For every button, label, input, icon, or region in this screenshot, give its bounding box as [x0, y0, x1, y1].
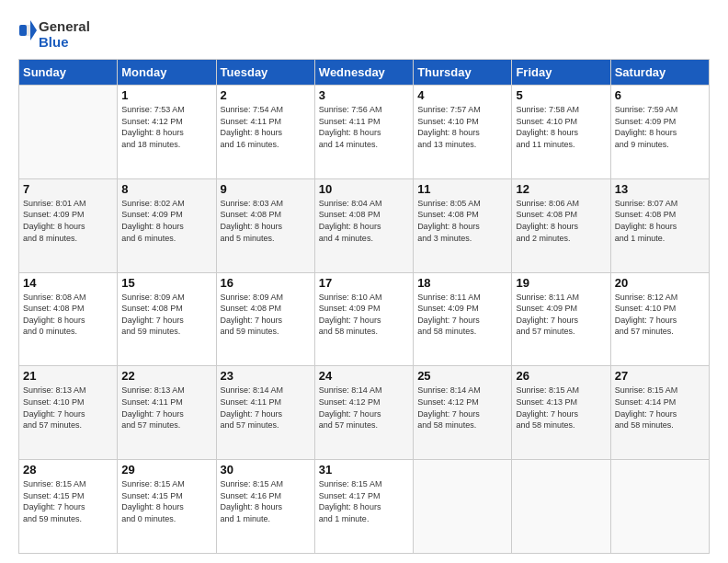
- day-number: 27: [615, 369, 705, 383]
- day-number: 15: [121, 276, 211, 290]
- calendar-week-row: 14Sunrise: 8:08 AMSunset: 4:08 PMDayligh…: [19, 272, 710, 366]
- calendar-cell: 19Sunrise: 8:11 AMSunset: 4:09 PMDayligh…: [512, 272, 610, 366]
- calendar-cell: 22Sunrise: 8:13 AMSunset: 4:11 PMDayligh…: [118, 366, 216, 460]
- day-info: Sunrise: 7:59 AMSunset: 4:09 PMDaylight:…: [615, 104, 705, 150]
- day-number: 14: [23, 276, 113, 290]
- calendar-cell: [19, 86, 118, 179]
- calendar-cell: 6Sunrise: 7:59 AMSunset: 4:09 PMDaylight…: [610, 86, 709, 179]
- calendar-header-row: SundayMondayTuesdayWednesdayThursdayFrid…: [19, 60, 710, 86]
- day-number: 29: [121, 463, 211, 477]
- day-info: Sunrise: 8:14 AMSunset: 4:12 PMDaylight:…: [319, 385, 409, 431]
- day-number: 10: [319, 182, 409, 196]
- calendar-cell: 16Sunrise: 8:09 AMSunset: 4:08 PMDayligh…: [216, 272, 314, 366]
- calendar-week-row: 21Sunrise: 8:13 AMSunset: 4:10 PMDayligh…: [19, 366, 710, 460]
- day-number: 30: [221, 463, 311, 477]
- day-info: Sunrise: 8:10 AMSunset: 4:09 PMDaylight:…: [319, 292, 409, 338]
- calendar-cell: 20Sunrise: 8:12 AMSunset: 4:10 PMDayligh…: [610, 272, 709, 366]
- calendar-cell: 8Sunrise: 8:02 AMSunset: 4:09 PMDaylight…: [118, 178, 216, 272]
- day-number: 1: [121, 88, 211, 102]
- day-number: 28: [23, 463, 113, 477]
- day-info: Sunrise: 7:56 AMSunset: 4:11 PMDaylight:…: [319, 104, 409, 150]
- weekday-header: Sunday: [19, 60, 118, 86]
- day-number: 4: [417, 88, 507, 102]
- calendar-cell: 3Sunrise: 7:56 AMSunset: 4:11 PMDaylight…: [314, 86, 413, 179]
- day-number: 3: [319, 88, 409, 102]
- day-info: Sunrise: 8:13 AMSunset: 4:11 PMDaylight:…: [121, 385, 211, 431]
- logo-svg: General Blue: [18, 17, 101, 52]
- day-number: 22: [121, 369, 211, 383]
- day-number: 8: [121, 182, 211, 196]
- logo: General Blue: [18, 17, 101, 52]
- day-number: 6: [615, 88, 705, 102]
- day-number: 26: [516, 369, 606, 383]
- weekday-header: Wednesday: [314, 60, 413, 86]
- day-info: Sunrise: 8:14 AMSunset: 4:12 PMDaylight:…: [417, 385, 507, 431]
- calendar-cell: 7Sunrise: 8:01 AMSunset: 4:09 PMDaylight…: [19, 178, 118, 272]
- day-number: 20: [615, 276, 705, 290]
- calendar-cell: 30Sunrise: 8:15 AMSunset: 4:16 PMDayligh…: [216, 460, 314, 554]
- day-info: Sunrise: 8:09 AMSunset: 4:08 PMDaylight:…: [221, 292, 311, 338]
- calendar-cell: 31Sunrise: 8:15 AMSunset: 4:17 PMDayligh…: [314, 460, 413, 554]
- weekday-header: Saturday: [610, 60, 709, 86]
- day-info: Sunrise: 8:15 AMSunset: 4:16 PMDaylight:…: [221, 478, 311, 524]
- calendar-cell: 11Sunrise: 8:05 AMSunset: 4:08 PMDayligh…: [414, 178, 512, 272]
- calendar-cell: [610, 460, 709, 554]
- calendar-cell: 18Sunrise: 8:11 AMSunset: 4:09 PMDayligh…: [414, 272, 512, 366]
- calendar-cell: 15Sunrise: 8:09 AMSunset: 4:08 PMDayligh…: [118, 272, 216, 366]
- day-info: Sunrise: 8:08 AMSunset: 4:08 PMDaylight:…: [23, 292, 113, 338]
- calendar-cell: 9Sunrise: 8:03 AMSunset: 4:08 PMDaylight…: [216, 178, 314, 272]
- calendar-cell: 14Sunrise: 8:08 AMSunset: 4:08 PMDayligh…: [19, 272, 118, 366]
- day-number: 16: [221, 276, 311, 290]
- calendar-cell: 12Sunrise: 8:06 AMSunset: 4:08 PMDayligh…: [512, 178, 610, 272]
- weekday-header: Monday: [118, 60, 216, 86]
- day-info: Sunrise: 8:06 AMSunset: 4:08 PMDaylight:…: [516, 198, 606, 244]
- calendar-cell: 21Sunrise: 8:13 AMSunset: 4:10 PMDayligh…: [19, 366, 118, 460]
- day-info: Sunrise: 8:12 AMSunset: 4:10 PMDaylight:…: [615, 292, 705, 338]
- day-info: Sunrise: 8:14 AMSunset: 4:11 PMDaylight:…: [221, 385, 311, 431]
- day-info: Sunrise: 8:11 AMSunset: 4:09 PMDaylight:…: [417, 292, 507, 338]
- calendar-cell: 5Sunrise: 7:58 AMSunset: 4:10 PMDaylight…: [512, 86, 610, 179]
- calendar-cell: [512, 460, 610, 554]
- day-info: Sunrise: 8:11 AMSunset: 4:09 PMDaylight:…: [516, 292, 606, 338]
- day-info: Sunrise: 8:15 AMSunset: 4:15 PMDaylight:…: [121, 478, 211, 524]
- calendar-cell: 4Sunrise: 7:57 AMSunset: 4:10 PMDaylight…: [414, 86, 512, 179]
- day-number: 31: [319, 463, 409, 477]
- calendar-cell: 10Sunrise: 8:04 AMSunset: 4:08 PMDayligh…: [314, 178, 413, 272]
- day-info: Sunrise: 8:07 AMSunset: 4:08 PMDaylight:…: [615, 198, 705, 244]
- day-number: 19: [516, 276, 606, 290]
- day-number: 11: [417, 182, 507, 196]
- day-number: 21: [23, 369, 113, 383]
- day-info: Sunrise: 8:05 AMSunset: 4:08 PMDaylight:…: [417, 198, 507, 244]
- weekday-header: Thursday: [414, 60, 512, 86]
- day-info: Sunrise: 7:53 AMSunset: 4:12 PMDaylight:…: [121, 104, 211, 150]
- day-number: 2: [221, 88, 311, 102]
- day-number: 13: [615, 182, 705, 196]
- day-number: 7: [23, 182, 113, 196]
- calendar-cell: [414, 460, 512, 554]
- calendar-cell: 27Sunrise: 8:15 AMSunset: 4:14 PMDayligh…: [610, 366, 709, 460]
- svg-rect-6: [19, 25, 27, 36]
- day-number: 24: [319, 369, 409, 383]
- header: General Blue: [18, 17, 710, 52]
- day-number: 23: [221, 369, 311, 383]
- calendar-cell: 13Sunrise: 8:07 AMSunset: 4:08 PMDayligh…: [610, 178, 709, 272]
- calendar-week-row: 1Sunrise: 7:53 AMSunset: 4:12 PMDaylight…: [19, 86, 710, 179]
- day-number: 18: [417, 276, 507, 290]
- day-info: Sunrise: 8:15 AMSunset: 4:15 PMDaylight:…: [23, 478, 113, 524]
- calendar-cell: 25Sunrise: 8:14 AMSunset: 4:12 PMDayligh…: [414, 366, 512, 460]
- day-info: Sunrise: 8:15 AMSunset: 4:14 PMDaylight:…: [615, 385, 705, 431]
- day-number: 12: [516, 182, 606, 196]
- weekday-header: Tuesday: [216, 60, 314, 86]
- day-number: 5: [516, 88, 606, 102]
- svg-marker-7: [30, 20, 37, 40]
- day-number: 25: [417, 369, 507, 383]
- day-info: Sunrise: 7:57 AMSunset: 4:10 PMDaylight:…: [417, 104, 507, 150]
- calendar-table: SundayMondayTuesdayWednesdayThursdayFrid…: [18, 59, 710, 554]
- calendar-cell: 24Sunrise: 8:14 AMSunset: 4:12 PMDayligh…: [314, 366, 413, 460]
- day-info: Sunrise: 8:02 AMSunset: 4:09 PMDaylight:…: [121, 198, 211, 244]
- day-info: Sunrise: 8:09 AMSunset: 4:08 PMDaylight:…: [121, 292, 211, 338]
- calendar-cell: 26Sunrise: 8:15 AMSunset: 4:13 PMDayligh…: [512, 366, 610, 460]
- calendar-cell: 2Sunrise: 7:54 AMSunset: 4:11 PMDaylight…: [216, 86, 314, 179]
- calendar-cell: 29Sunrise: 8:15 AMSunset: 4:15 PMDayligh…: [118, 460, 216, 554]
- svg-text:Blue: Blue: [39, 34, 69, 50]
